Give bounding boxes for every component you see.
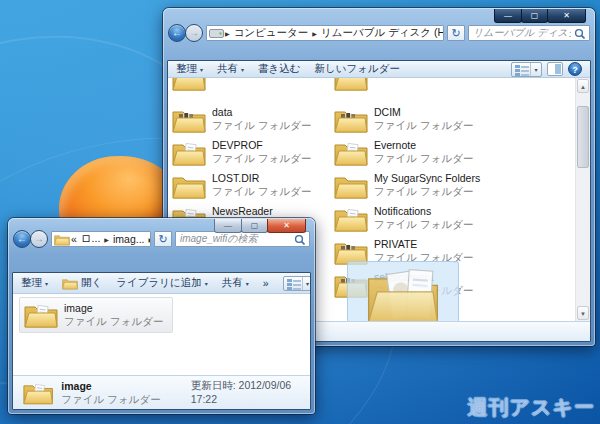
close-button[interactable]: ✕ — [547, 9, 586, 23]
folder-doc-icon — [334, 205, 368, 233]
forward-button[interactable]: → — [185, 24, 203, 42]
help-button[interactable]: ? — [568, 62, 582, 76]
file-list: image ファイル フォルダー — [13, 294, 310, 375]
breadcrumb-item-truncated[interactable]: ロ... — [78, 232, 104, 246]
folder-files-icon — [334, 78, 368, 92]
minimize-button[interactable]: — — [214, 219, 242, 233]
folder-open-icon — [359, 266, 447, 321]
details-modified: 更新日時: 2012/09/06 17:22 — [191, 376, 300, 405]
chevron-down-icon: ▾ — [205, 280, 208, 287]
details-name: image — [61, 380, 160, 393]
restore-button[interactable]: ▢ — [241, 219, 268, 233]
refresh-icon: ↻ — [158, 233, 167, 245]
scrollbar[interactable]: ▲ ▼ — [575, 78, 590, 321]
breadcrumb-item-image[interactable]: imag... — [110, 233, 148, 245]
file-item[interactable]: Notificationsファイル フォルダー — [334, 205, 486, 237]
file-item[interactable]: ファイル フォルダー — [172, 78, 324, 96]
chevron-down-icon: ▾ — [246, 280, 249, 287]
share-button[interactable]: 共有▾ — [217, 62, 244, 76]
folder-files-icon — [334, 106, 368, 134]
toolbar-overflow-button[interactable]: » — [263, 277, 269, 289]
close-icon: ✕ — [283, 222, 290, 230]
scrollbar-thumb[interactable] — [577, 106, 589, 168]
breadcrumb-item-computer[interactable]: コンピューター — [231, 26, 312, 40]
search-input[interactable]: image_wifiの検索 — [175, 231, 310, 247]
back-button[interactable]: ← — [13, 230, 31, 248]
change-view-button[interactable]: ▾ — [511, 62, 542, 77]
share-button[interactable]: 共有▾ — [222, 276, 249, 290]
scroll-down-icon[interactable]: ▼ — [577, 306, 589, 320]
folder-doc-icon — [24, 301, 58, 329]
organize-button[interactable]: 整理▾ — [176, 62, 203, 76]
desktop: 週刊アスキー — ▢ ✕ ← → ▶ コンピューター ▶ リムーバブル ディスク… — [0, 0, 600, 424]
view-controls: ▾ ? — [283, 276, 311, 291]
watermark: 週刊アスキー — [468, 394, 595, 421]
folder-files-icon — [172, 106, 206, 134]
folder-plain-icon — [334, 172, 368, 200]
refresh-icon: ↻ — [451, 27, 460, 39]
file-item[interactable]: DCIMファイル フォルダー — [334, 106, 486, 138]
folder-doc-icon — [23, 378, 53, 408]
breadcrumb-overflow-icon[interactable]: « — [70, 233, 78, 245]
search-value: リムーバブル ディスク (H... — [473, 26, 571, 40]
close-icon: ✕ — [563, 12, 570, 20]
breadcrumb-separator-icon: ▶ — [311, 30, 318, 37]
search-icon — [574, 28, 585, 39]
file-item[interactable]: LOST.DIRファイル フォルダー — [172, 172, 324, 204]
forward-arrow-icon: → — [189, 28, 199, 38]
file-item[interactable]: DEVPROFファイル フォルダー — [172, 139, 324, 171]
back-arrow-icon: ← — [172, 28, 182, 38]
scroll-up-icon[interactable]: ▲ — [577, 79, 589, 93]
file-item[interactable]: dataファイル フォルダー — [172, 106, 324, 138]
new-folder-button[interactable]: 新しいフォルダー — [315, 62, 400, 76]
organize-button[interactable]: 整理▾ — [21, 276, 48, 290]
chevron-down-icon: ▾ — [302, 277, 311, 290]
chevron-down-icon: ▾ — [45, 280, 48, 287]
details-pane: image ファイル フォルダー 更新日時: 2012/09/06 17:22 — [13, 375, 310, 409]
drag-ghost[interactable] — [347, 261, 459, 321]
breadcrumb[interactable]: « ロ... ▶ imag... ▶ ▾ — [51, 231, 151, 247]
folder-plain-icon — [172, 172, 206, 200]
file-item[interactable]: My SugarSync Foldersファイル フォルダー — [334, 172, 486, 204]
back-button[interactable]: ← — [168, 24, 186, 42]
command-bar: 整理▾ 共有▾ 書き込む 新しいフォルダー ▾ ? — [168, 61, 590, 78]
breadcrumb-item-removable-disk[interactable]: リムーバブル ディスク (H:) — [318, 26, 444, 40]
file-item-image[interactable]: image ファイル フォルダー — [19, 297, 173, 333]
breadcrumb-separator-icon: ▶ — [147, 236, 151, 243]
explorer-window-image-wifi[interactable]: — ▢ ✕ ← → « ロ... ▶ imag... ▶ ▾ ↻ image_w… — [8, 218, 315, 414]
change-view-button[interactable]: ▾ — [283, 276, 311, 291]
file-item[interactable]: ファイル フォルダー — [334, 78, 486, 96]
file-item[interactable]: Evernoteファイル フォルダー — [334, 139, 486, 171]
chevron-down-icon: ▾ — [241, 66, 244, 73]
views-icon — [512, 63, 530, 76]
open-button[interactable]: 開く — [62, 276, 102, 290]
details-type: ファイル フォルダー — [61, 393, 160, 406]
folder-icon — [54, 233, 70, 246]
forward-button[interactable]: → — [30, 230, 48, 248]
burn-button[interactable]: 書き込む — [258, 62, 301, 76]
breadcrumb-separator-icon: ▶ — [103, 236, 110, 243]
folder-doc-icon — [334, 139, 368, 167]
drive-icon — [209, 27, 224, 40]
minimize-button[interactable]: — — [494, 9, 522, 23]
folder-files-icon — [172, 78, 206, 92]
back-arrow-icon: ← — [17, 234, 27, 244]
breadcrumb-separator-icon: ▶ — [224, 30, 231, 37]
preview-pane-button[interactable] — [547, 62, 563, 76]
chevron-down-icon: ▾ — [200, 66, 203, 73]
address-bar: ← → « ロ... ▶ imag... ▶ ▾ ↻ image_wifiの検索 — [8, 230, 315, 250]
search-input[interactable]: リムーバブル ディスク (H... — [468, 25, 590, 41]
refresh-button[interactable]: ↻ — [447, 25, 465, 41]
add-to-library-button[interactable]: ライブラリに追加▾ — [116, 276, 208, 290]
maximize-button[interactable]: ▢ — [521, 9, 548, 23]
minimize-icon: — — [504, 12, 512, 20]
refresh-button[interactable]: ↻ — [154, 231, 172, 247]
breadcrumb[interactable]: ▶ コンピューター ▶ リムーバブル ディスク (H:) ▶ ▾ — [206, 25, 444, 41]
caption-buttons: — ▢ ✕ — [495, 9, 586, 23]
view-controls: ▾ ? — [511, 62, 582, 77]
help-icon: ? — [572, 65, 578, 75]
window-body: 整理▾ 開く ライブラリに追加▾ 共有▾ » ▾ ? — [12, 272, 311, 410]
details-meta: image ファイル フォルダー — [61, 380, 160, 406]
views-icon — [284, 277, 302, 290]
close-button[interactable]: ✕ — [267, 219, 306, 233]
